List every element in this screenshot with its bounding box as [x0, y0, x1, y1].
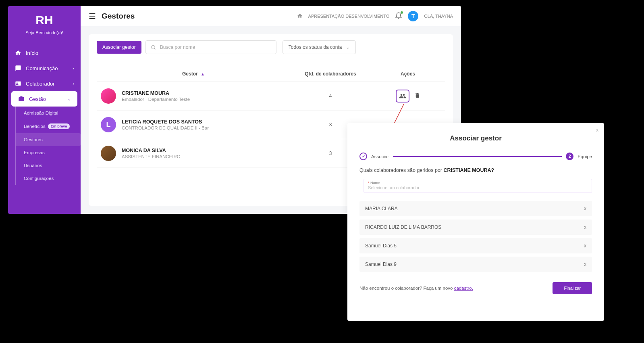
avatar[interactable]: T	[408, 11, 418, 21]
step1-label: Associar	[371, 154, 389, 159]
gestor-name: CRISTIANE MOURA	[122, 90, 190, 96]
filter-bar: Associar gestor Busca por nome Todos os …	[97, 40, 445, 54]
gestor-name: LETICIA ROQUETE DOS SANTOS	[122, 119, 209, 125]
home-icon[interactable]	[297, 13, 303, 19]
submenu-gestao: Admissão Digital Benefícios Em breve Ges…	[15, 107, 81, 185]
submenu-label: Benefícios	[24, 124, 46, 129]
chevron-down-icon: ⌄	[346, 44, 350, 50]
welcome-text: Seja Bem vindo(a)!	[8, 30, 81, 35]
chevron-right-icon: ›	[73, 66, 74, 71]
home-icon	[15, 49, 22, 56]
acoes-cell	[371, 90, 445, 102]
notification-dot	[401, 11, 403, 14]
nav-inicio[interactable]: Início	[8, 45, 81, 61]
dropdown-label: Todos os status da conta	[289, 44, 342, 50]
table-row: CRISTIANE MOURA Embalador - Departamento…	[97, 82, 445, 111]
collaborator-item: Samuel Dias 5x	[359, 238, 592, 253]
remove-icon[interactable]: x	[584, 261, 586, 267]
collaborator-item: MARIA CLARAx	[359, 201, 592, 216]
collaborator-name: RICARDO LUIZ DE LIMA BARROS	[365, 224, 441, 230]
col-qtd: Qtd. de colaboradores	[290, 71, 371, 77]
topbar-right: APRESENTAÇÃO DESENVOLVIMENTO T OLÁ, THAY…	[297, 11, 453, 21]
nav-label: Comunicação	[26, 65, 58, 71]
avatar	[101, 88, 116, 104]
nav-gestao[interactable]: Gestão ⌄	[11, 91, 77, 107]
trash-icon[interactable]	[414, 92, 420, 100]
nav-label: Início	[26, 50, 38, 56]
nav-label: Gestão	[29, 96, 46, 102]
stepper: ✓ Associar 2 Equipe	[359, 153, 592, 160]
input-placeholder: Selecione um colaborador	[368, 185, 588, 190]
hint-text: Não encontrou o colaborador? Faça um nov…	[359, 286, 473, 291]
svg-point-0	[151, 45, 155, 49]
breadcrumb: APRESENTAÇÃO DESENVOLVIMENTO	[308, 14, 390, 19]
avatar: L	[101, 117, 116, 132]
name-input[interactable]: * Nome Selecione um colaborador	[364, 179, 592, 193]
col-acoes: Ações	[371, 71, 445, 77]
briefcase-icon	[18, 95, 25, 102]
submenu-beneficios[interactable]: Benefícios Em breve	[16, 119, 81, 133]
associate-modal: x Associar gestor ✓ Associar 2 Equipe Qu…	[347, 123, 604, 321]
cadastro-link[interactable]: cadastro.	[454, 286, 473, 291]
menu-icon[interactable]: ☰	[89, 11, 96, 21]
qtd-cell: 4	[290, 93, 371, 99]
remove-icon[interactable]: x	[584, 243, 586, 249]
chevron-down-icon: ⌄	[67, 96, 71, 102]
gestor-name: MONICA DA SILVA	[122, 148, 181, 153]
chevron-right-icon: ›	[73, 81, 74, 86]
collaborator-name: Samuel Dias 5	[365, 243, 397, 249]
associate-button[interactable]: Associar gestor	[97, 41, 141, 54]
remove-icon[interactable]: x	[584, 224, 586, 230]
chat-icon	[15, 65, 22, 72]
remove-icon[interactable]: x	[584, 206, 586, 211]
modal-title: Associar gestor	[359, 134, 592, 142]
col-gestor[interactable]: Gestor	[182, 71, 198, 77]
search-input[interactable]: Busca por nome	[145, 40, 276, 54]
avatar	[101, 146, 116, 161]
finalize-button[interactable]: Finalizar	[553, 282, 592, 294]
gestor-role: CONTROLADOR DE QUALIDADE II - Bar	[122, 125, 209, 130]
check-icon: ✓	[359, 153, 367, 160]
submenu-config[interactable]: Configurações	[16, 172, 81, 185]
svg-line-1	[154, 48, 155, 49]
collaborator-item: RICARDO LUIZ DE LIMA BARROSx	[359, 220, 592, 235]
submenu-gestores[interactable]: Gestores	[16, 133, 81, 146]
bell-icon[interactable]	[395, 12, 402, 20]
collaborator-item: Samuel Dias 9x	[359, 257, 592, 272]
badge-soon: Em breve	[48, 123, 70, 129]
sidebar: RH Seja Bem vindo(a)! Início Comunicação…	[8, 6, 81, 214]
collaborator-name: Samuel Dias 9	[365, 261, 397, 267]
greeting: OLÁ, THAYNA	[424, 14, 453, 19]
search-icon	[151, 45, 156, 50]
submenu-usuarios[interactable]: Usuários	[16, 159, 81, 172]
page-title: Gestores	[102, 12, 135, 21]
sort-icon[interactable]: ▲	[201, 72, 205, 76]
gestor-role: Embalador - Departamento Teste	[122, 97, 190, 102]
nav-comunicacao[interactable]: Comunicação ›	[8, 61, 81, 76]
search-placeholder: Busca por nome	[160, 44, 195, 50]
step-line	[393, 156, 562, 157]
close-button[interactable]: x	[596, 127, 598, 133]
step2-circle: 2	[566, 153, 573, 160]
submenu-empresas[interactable]: Empresas	[16, 146, 81, 159]
collaborator-list: MARIA CLARAxRICARDO LUIZ DE LIMA BARROSx…	[359, 201, 592, 272]
gestor-role: ASSISTENTE FINANCEIRO	[122, 154, 181, 159]
team-icon[interactable]	[396, 90, 409, 102]
step2-label: Equipe	[578, 154, 592, 159]
logo: RH	[8, 13, 81, 27]
topbar: ☰ Gestores APRESENTAÇÃO DESENVOLVIMENTO …	[81, 6, 461, 26]
status-dropdown[interactable]: Todos os status da conta ⌄	[283, 40, 356, 54]
id-card-icon	[15, 80, 22, 87]
nav-colaborador[interactable]: Colaborador ›	[8, 76, 81, 91]
submenu-admissao[interactable]: Admissão Digital	[16, 107, 81, 119]
modal-question: Quais colaboradores são geridos por CRIS…	[359, 167, 592, 173]
table-header: Gestor ▲ Qtd. de colaboradores Ações	[97, 66, 445, 82]
nav-label: Colaborador	[26, 81, 55, 87]
collaborator-name: MARIA CLARA	[365, 206, 398, 211]
